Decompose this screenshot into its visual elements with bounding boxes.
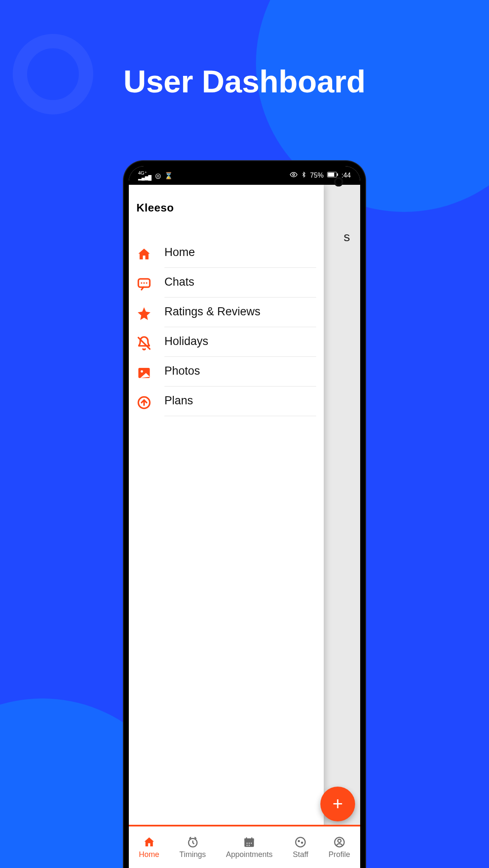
phone-frame: 4G⁺▂▄▆█ ◎ ⌛ 75% :44 s <box>124 161 365 868</box>
home-icon <box>143 836 156 849</box>
phone-screen: 4G⁺▂▄▆█ ◎ ⌛ 75% :44 s <box>129 166 360 868</box>
svg-point-26 <box>338 839 341 843</box>
nav-label: Timings <box>179 850 206 859</box>
plus-icon: + <box>333 794 343 814</box>
svg-rect-2 <box>328 172 334 176</box>
nav-staff[interactable]: Staff <box>293 836 308 859</box>
arrow-up-circle-icon <box>136 395 152 410</box>
status-left: 4G⁺▂▄▆█ ◎ ⌛ <box>138 171 173 180</box>
nav-label: Staff <box>293 850 308 859</box>
svg-rect-14 <box>244 838 254 840</box>
hotspot-icon: ◎ <box>155 172 161 180</box>
chat-icon <box>136 276 152 292</box>
camera-cutout <box>334 177 343 186</box>
drawer-item-label: Home <box>164 246 195 259</box>
drawer-item-chats[interactable]: Chats <box>129 268 324 298</box>
signal-4g-icon: 4G⁺▂▄▆█ <box>138 171 152 180</box>
svg-point-0 <box>292 174 295 176</box>
brand-logo: Kleeso <box>136 201 174 214</box>
nav-appointments[interactable]: Appointments <box>226 836 272 859</box>
nav-label: Profile <box>328 850 350 859</box>
drawer-item-plans[interactable]: Plans <box>129 387 324 416</box>
image-icon <box>136 365 152 381</box>
svg-point-24 <box>301 841 303 843</box>
drawer-item-holidays[interactable]: Holidays <box>129 327 324 357</box>
svg-point-6 <box>143 282 145 284</box>
profile-icon <box>333 836 346 849</box>
svg-point-23 <box>298 840 300 842</box>
bottom-nav: Home Timings Appointments <box>129 825 360 868</box>
drawer-header: Kleeso <box>129 185 324 231</box>
battery-percent: 75% <box>310 172 324 179</box>
svg-rect-3 <box>337 173 338 176</box>
svg-point-7 <box>146 282 147 284</box>
svg-point-19 <box>251 843 252 844</box>
svg-point-17 <box>247 843 248 844</box>
nav-timings[interactable]: Timings <box>179 836 206 859</box>
app-body: s + Kleeso Home <box>129 185 360 868</box>
drawer-item-label: Chats <box>164 275 194 288</box>
bluetooth-icon <box>301 172 307 179</box>
background-page-text-peek: s <box>344 230 350 244</box>
nav-home[interactable]: Home <box>139 836 159 859</box>
clock-icon <box>186 836 199 849</box>
svg-point-22 <box>296 837 306 847</box>
hourglass-icon: ⌛ <box>164 172 173 180</box>
drawer-item-label: Ratings & Reviews <box>164 305 261 318</box>
bell-off-icon <box>136 336 152 351</box>
drawer-item-home[interactable]: Home <box>129 238 324 268</box>
status-bar: 4G⁺▂▄▆█ ◎ ⌛ 75% :44 <box>129 166 360 185</box>
calendar-icon <box>243 836 256 849</box>
status-clock: :44 <box>342 172 351 179</box>
nav-label: Appointments <box>226 850 272 859</box>
eye-icon <box>290 171 297 180</box>
nav-label: Home <box>139 850 159 859</box>
drawer-menu: Home Chats Ratings & Reviews <box>129 231 324 416</box>
home-icon <box>136 247 152 262</box>
svg-point-20 <box>247 845 248 846</box>
star-icon <box>136 306 152 321</box>
svg-point-5 <box>141 282 142 284</box>
svg-point-21 <box>249 845 250 846</box>
drawer-item-photos[interactable]: Photos <box>129 357 324 387</box>
nav-drawer: Kleeso Home Chats <box>129 185 324 868</box>
drawer-item-label: Photos <box>164 364 200 377</box>
drawer-item-label: Holidays <box>164 335 208 348</box>
nav-profile[interactable]: Profile <box>328 836 350 859</box>
page-title: User Dashboard <box>0 64 489 100</box>
svg-point-10 <box>141 370 143 373</box>
drawer-item-label: Plans <box>164 394 193 407</box>
staff-icon <box>294 836 307 849</box>
drawer-item-ratings[interactable]: Ratings & Reviews <box>129 298 324 327</box>
svg-point-18 <box>249 843 250 844</box>
fab-add-button[interactable]: + <box>320 787 355 821</box>
